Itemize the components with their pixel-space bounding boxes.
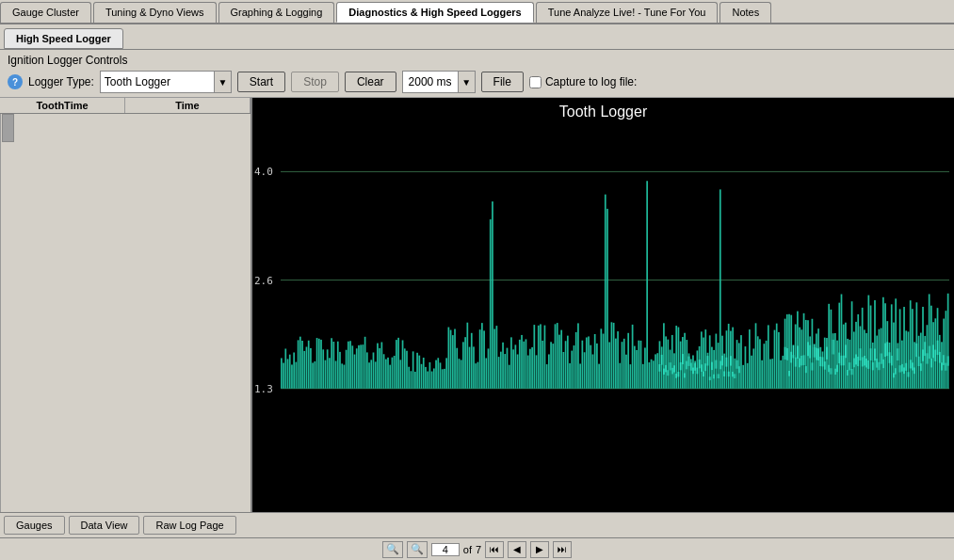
search-icon-2[interactable]: 🔍 xyxy=(407,541,428,558)
chart-title: Tooth Logger xyxy=(252,98,954,126)
scrollbar-thumb[interactable] xyxy=(2,114,14,142)
total-pages: 7 xyxy=(476,544,481,555)
logger-select-arrow[interactable]: ▼ xyxy=(214,72,231,92)
bottom-tab-bar: Gauges Data View Raw Log Page xyxy=(0,512,954,537)
pagination-bar: 🔍 🔍 of 7 ⏮ ◀ ▶ ⏭ xyxy=(0,537,954,560)
file-button[interactable]: File xyxy=(481,72,524,92)
start-button[interactable]: Start xyxy=(237,72,285,92)
sub-tab-bar: High Speed Logger xyxy=(0,24,954,50)
of-label: of xyxy=(463,544,472,555)
tab-tune-analyze[interactable]: Tune Analyze Live! - Tune For You xyxy=(536,2,719,23)
tab-diagnostics[interactable]: Diagnostics & High Speed Loggers xyxy=(336,2,533,23)
tab-tuning-dyno[interactable]: Tuning & Dyno Views xyxy=(93,2,217,23)
top-tab-bar: Gauge Cluster Tuning & Dyno Views Graphi… xyxy=(0,0,954,24)
tab-raw-log-page[interactable]: Raw Log Page xyxy=(143,516,235,535)
tab-gauges[interactable]: Gauges xyxy=(4,516,65,535)
chart-canvas[interactable] xyxy=(252,126,954,506)
tab-graphing-logging[interactable]: Graphing & Logging xyxy=(218,2,335,23)
search-icon-1[interactable]: 🔍 xyxy=(382,541,403,558)
help-icon[interactable]: ? xyxy=(8,74,23,89)
data-table-wrap: ToothTime Time 1.31142983.60251.32396984… xyxy=(0,98,252,512)
interval-value: 2000 ms xyxy=(403,73,458,90)
tab-data-view[interactable]: Data View xyxy=(69,516,140,535)
tab-notes[interactable]: Notes xyxy=(720,2,771,23)
clear-button[interactable]: Clear xyxy=(345,72,396,92)
interval-arrow[interactable]: ▼ xyxy=(458,72,475,92)
scrollbar-v[interactable] xyxy=(0,114,15,512)
page-input[interactable] xyxy=(431,543,460,556)
controls-title: Ignition Logger Controls xyxy=(8,54,946,67)
sub-tab-high-speed-logger[interactable]: High Speed Logger xyxy=(4,28,123,49)
logger-type-select[interactable]: Tooth Logger Composite Logger xyxy=(101,73,214,90)
chart-canvas-element xyxy=(252,126,954,506)
col2-header: Time xyxy=(125,98,251,113)
nav-next[interactable]: ▶ xyxy=(530,541,549,558)
capture-checkbox[interactable] xyxy=(529,76,542,88)
stop-button[interactable]: Stop xyxy=(291,72,339,92)
tab-gauge-cluster[interactable]: Gauge Cluster xyxy=(0,2,91,23)
interval-wrap: 2000 ms ▼ xyxy=(402,71,476,93)
chart-area: Tooth Logger X: Y: 3.7 ms xyxy=(252,98,954,512)
nav-prev[interactable]: ◀ xyxy=(508,541,526,558)
table-header: ToothTime Time xyxy=(0,98,251,114)
nav-last[interactable]: ⏭ xyxy=(553,541,572,558)
logger-type-label: Logger Type: xyxy=(28,75,94,88)
capture-label: Capture to log file: xyxy=(545,75,637,88)
logger-type-select-wrap: Tooth Logger Composite Logger ▼ xyxy=(100,71,232,93)
capture-wrap: Capture to log file: xyxy=(529,75,637,88)
col1-header: ToothTime xyxy=(0,98,125,113)
controls-area: Ignition Logger Controls ? Logger Type: … xyxy=(0,50,954,98)
main-content: ToothTime Time 1.31142983.60251.32396984… xyxy=(0,98,954,512)
nav-first[interactable]: ⏮ xyxy=(485,541,504,558)
